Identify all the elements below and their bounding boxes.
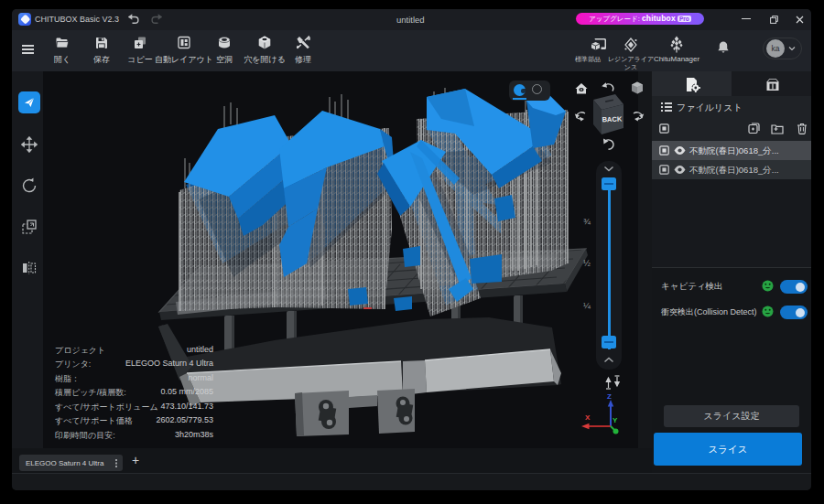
svg-text:X: X — [585, 413, 591, 422]
svg-text:BACK: BACK — [602, 115, 623, 124]
svg-text:Z: Z — [607, 392, 612, 401]
svg-text:Y: Y — [613, 416, 618, 424]
